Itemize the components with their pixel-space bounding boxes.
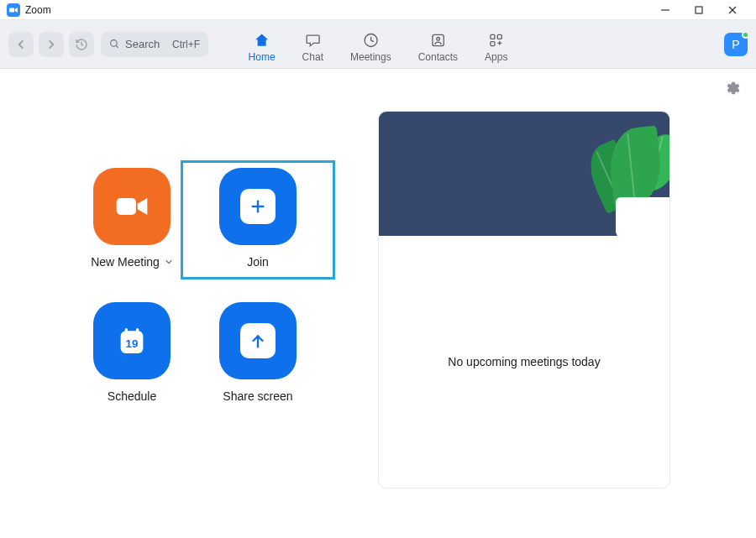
tab-contacts[interactable]: Contacts [418, 31, 458, 63]
svg-rect-2 [696, 7, 702, 13]
contacts-icon [428, 31, 447, 50]
svg-point-5 [111, 40, 118, 47]
svg-point-9 [437, 38, 440, 41]
tab-home[interactable]: Home [249, 31, 276, 63]
tab-label: Contacts [418, 51, 458, 63]
presence-indicator [742, 31, 749, 39]
window-title: Zoom [25, 4, 51, 16]
new-meeting-label[interactable]: New Meeting [91, 255, 173, 269]
svg-rect-17 [125, 328, 128, 334]
svg-line-6 [116, 45, 118, 48]
tab-label: Home [249, 51, 276, 63]
plant-decoration [606, 126, 664, 208]
svg-rect-12 [491, 42, 495, 46]
action-share-screen: Share screen [195, 302, 321, 403]
tab-label: Apps [485, 51, 507, 63]
actions-grid: New Meeting Join 19 [69, 168, 321, 403]
chat-icon [303, 31, 322, 50]
history-button[interactable] [69, 32, 94, 57]
tab-apps[interactable]: Apps [485, 31, 507, 63]
settings-button[interactable] [726, 81, 741, 99]
maximize-button[interactable] [682, 1, 716, 19]
action-schedule: 19 Schedule [69, 302, 195, 403]
profile-avatar[interactable]: P [724, 33, 748, 56]
back-button[interactable] [8, 32, 34, 57]
svg-rect-18 [136, 328, 139, 334]
schedule-label: Schedule [108, 389, 156, 403]
svg-rect-0 [9, 8, 14, 12]
svg-rect-13 [117, 198, 136, 215]
svg-text:19: 19 [126, 337, 139, 350]
minimize-button[interactable] [648, 1, 682, 19]
action-new-meeting: New Meeting [69, 168, 195, 269]
plant-decoration [616, 197, 669, 236]
toolbar: Search Ctrl+F Home Chat Meetings Conta [0, 20, 756, 69]
action-join: Join [181, 160, 335, 279]
tab-label: Chat [302, 51, 323, 63]
titlebar: Zoom [0, 0, 756, 20]
nav-tabs: Home Chat Meetings Contacts Apps [249, 20, 508, 68]
search-icon [109, 39, 120, 50]
calendar-icon: 19 [115, 324, 149, 358]
share-screen-button[interactable] [219, 302, 297, 379]
share-screen-label: Share screen [223, 389, 292, 403]
schedule-button[interactable]: 19 [93, 302, 171, 379]
panel-banner [379, 112, 669, 236]
search-placeholder: Search [125, 38, 160, 50]
svg-rect-10 [491, 34, 495, 39]
gear-icon [726, 81, 741, 96]
join-button[interactable] [219, 168, 297, 245]
app-icon [7, 3, 20, 17]
forward-button[interactable] [39, 32, 64, 57]
search-shortcut: Ctrl+F [172, 39, 200, 50]
panel-body: No upcoming meetings today [379, 236, 669, 488]
new-meeting-button[interactable] [93, 168, 171, 245]
chevron-down-icon [165, 255, 173, 269]
close-button[interactable] [716, 1, 749, 19]
camera-icon [115, 190, 149, 223]
tab-label: Meetings [350, 51, 391, 63]
svg-rect-11 [497, 34, 501, 39]
plus-icon [240, 189, 276, 224]
empty-meetings-text: No upcoming meetings today [448, 355, 600, 368]
arrow-up-icon [240, 323, 276, 358]
join-label: Join [247, 255, 269, 269]
clock-icon [361, 31, 380, 50]
avatar-letter: P [732, 38, 739, 51]
apps-icon [487, 31, 506, 50]
meetings-panel: No upcoming meetings today [378, 111, 670, 488]
tab-meetings[interactable]: Meetings [350, 31, 391, 63]
home-icon [253, 31, 271, 50]
tab-chat[interactable]: Chat [302, 31, 323, 63]
content-area: New Meeting Join 19 [0, 69, 756, 538]
search-input[interactable]: Search Ctrl+F [101, 32, 208, 57]
